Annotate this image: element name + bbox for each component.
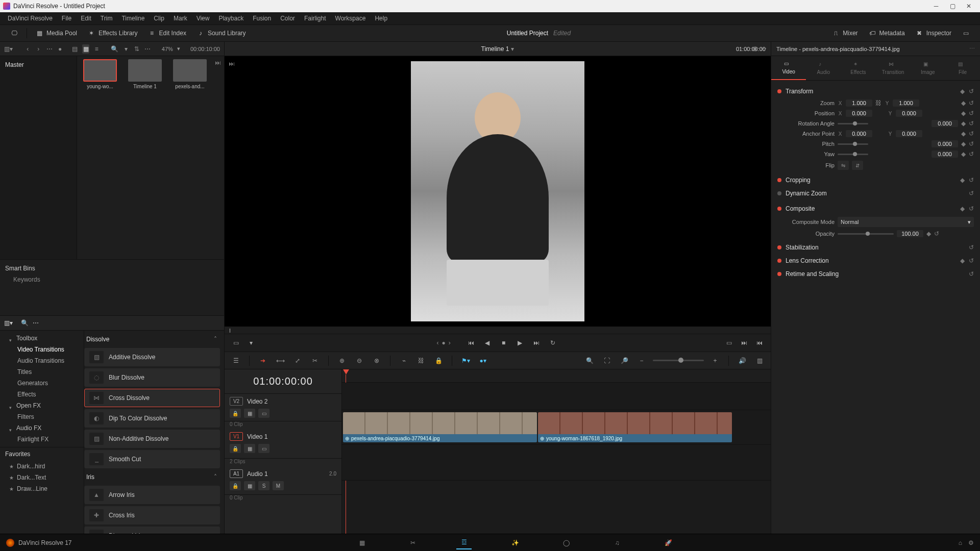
- bin-dropdown[interactable]: ▥▾: [4, 44, 13, 54]
- more-nav[interactable]: ⋯: [46, 44, 53, 54]
- maximize-button[interactable]: ▢: [944, 1, 961, 11]
- composite-mode-select[interactable]: Normal▾: [838, 217, 974, 227]
- next-frame-button[interactable]: ⏭: [530, 337, 543, 348]
- tree-openfx[interactable]: Open FX: [0, 400, 84, 411]
- composite-header[interactable]: Composite◆: [775, 202, 976, 215]
- menu-playback[interactable]: Playback: [214, 12, 248, 24]
- project-settings-button[interactable]: ⚙: [968, 539, 974, 546]
- reset-icon[interactable]: [934, 230, 939, 237]
- keyframe-icon[interactable]: ◆: [961, 99, 966, 107]
- keyframe-icon[interactable]: ◆: [961, 110, 966, 117]
- link-zoom-icon[interactable]: ⛓: [875, 99, 881, 107]
- track-v1[interactable]: ⊕pexels-andrea-piacquadio-3779414.jpg ⊕y…: [342, 410, 771, 445]
- pitch-value[interactable]: 0.000: [932, 140, 958, 147]
- reset-icon[interactable]: [969, 151, 974, 158]
- flag-button[interactable]: ⚑▾: [459, 355, 472, 366]
- menu-mark[interactable]: Mark: [169, 12, 192, 24]
- fx-diamond-iris[interactable]: ◆Diamond Iris: [84, 527, 220, 534]
- timeline-name[interactable]: Timeline 1: [481, 45, 509, 53]
- anchor-x-value[interactable]: 0.000: [846, 130, 872, 137]
- menu-fusion[interactable]: Fusion: [248, 12, 276, 24]
- transform-header[interactable]: Transform◆: [775, 85, 976, 98]
- tree-video-transitions[interactable]: Video Transitions: [0, 344, 84, 355]
- play-button[interactable]: ▶: [514, 337, 526, 348]
- rotation-value[interactable]: 0.000: [932, 120, 958, 127]
- menu-file[interactable]: File: [57, 12, 76, 24]
- sort-button[interactable]: ⇅: [133, 44, 140, 54]
- go-prev-button[interactable]: ⏮: [753, 337, 766, 348]
- pool-options[interactable]: ⋯: [144, 44, 151, 54]
- timeline-timecode[interactable]: 01:00:00:00: [225, 369, 341, 394]
- prev-frame-button[interactable]: ◀: [481, 337, 494, 348]
- snap-button[interactable]: ⌁: [398, 355, 410, 366]
- menu-clip[interactable]: Clip: [149, 12, 169, 24]
- reset-icon[interactable]: [969, 270, 974, 278]
- menu-help[interactable]: Help: [370, 12, 392, 24]
- fx-options[interactable]: ⋯: [33, 319, 39, 327]
- zoom-percent[interactable]: 47%: [162, 46, 173, 52]
- tree-filters[interactable]: Filters: [0, 411, 84, 422]
- list-view[interactable]: ≡: [93, 44, 100, 54]
- zoom-y-value[interactable]: 1.000: [893, 99, 919, 107]
- track-head-v1[interactable]: V1Video 1 🔒▦▭: [225, 429, 341, 459]
- match-dropdown[interactable]: ▾: [245, 337, 257, 348]
- favorite-item[interactable]: Dark...Text: [0, 472, 84, 483]
- search-button[interactable]: 🔍: [111, 44, 118, 54]
- tab-transition[interactable]: ⋈Transition: [876, 56, 911, 80]
- disable-icon[interactable]: ▭: [258, 444, 270, 453]
- first-frame-button[interactable]: ⏮: [465, 337, 477, 348]
- reset-icon[interactable]: [969, 110, 974, 117]
- dynamic-zoom-header[interactable]: Dynamic Zoom: [775, 187, 976, 200]
- solo-button[interactable]: S: [258, 481, 270, 490]
- nav-fwd[interactable]: ›: [35, 44, 42, 54]
- single-viewer-button[interactable]: ▭: [723, 337, 735, 348]
- edit-index-button[interactable]: ≡Edit Index: [143, 27, 191, 39]
- track-a1[interactable]: [342, 445, 771, 481]
- track-v2[interactable]: [342, 383, 771, 410]
- group-dissolve[interactable]: Dissolve: [84, 333, 220, 346]
- overwrite-icon[interactable]: ⏭: [229, 60, 235, 67]
- lens-header[interactable]: Lens Correction◆: [775, 254, 976, 267]
- menu-view[interactable]: View: [192, 12, 214, 24]
- keyframe-icon[interactable]: ◆: [960, 177, 965, 184]
- page-color[interactable]: ◯: [558, 536, 574, 549]
- fullscreen-viewer-button[interactable]: 🖵: [5, 27, 23, 39]
- zoom-search[interactable]: 🔍: [583, 355, 596, 366]
- full-extent-zoom[interactable]: ⛶: [601, 355, 613, 366]
- tab-video[interactable]: ▭Video: [771, 56, 806, 80]
- stop-button[interactable]: ■: [498, 337, 510, 348]
- reset-icon[interactable]: [969, 99, 974, 107]
- customize-timeline[interactable]: ▥: [753, 355, 766, 366]
- page-fusion[interactable]: ✨: [507, 536, 523, 549]
- fx-arrow-iris[interactable]: ▲Arrow Iris: [84, 486, 220, 504]
- fx-non-additive[interactable]: ▨Non-Additive Dissolve: [84, 430, 220, 448]
- loop-edit-icon[interactable]: ●: [442, 339, 445, 346]
- page-media[interactable]: ▦: [354, 536, 370, 549]
- reset-icon[interactable]: [969, 257, 974, 264]
- lock-icon[interactable]: 🔒: [230, 481, 241, 490]
- retime-header[interactable]: Retime and Scaling: [775, 267, 976, 281]
- zoom-in[interactable]: +: [709, 355, 721, 366]
- metadata-view[interactable]: ▤: [71, 44, 78, 54]
- page-fairlight[interactable]: ♫: [609, 536, 625, 549]
- keyframe-icon[interactable]: ◆: [960, 88, 965, 95]
- zoom-x-value[interactable]: 1.000: [846, 99, 872, 107]
- pos-y-value[interactable]: 0.000: [896, 110, 922, 117]
- tab-effects[interactable]: ✶Effects: [841, 56, 875, 80]
- tab-image[interactable]: ▣Image: [911, 56, 945, 80]
- append-icon[interactable]: ⏭: [215, 59, 221, 66]
- menu-trim[interactable]: Trim: [96, 12, 117, 24]
- timeline-ruler[interactable]: [342, 369, 771, 383]
- timeline-view-options[interactable]: ☰: [230, 355, 242, 366]
- fx-cross-dissolve[interactable]: ⋈Cross Dissolve: [84, 389, 220, 407]
- keyframe-icon[interactable]: ◆: [961, 140, 966, 147]
- insert-button[interactable]: ⊕: [336, 355, 348, 366]
- auto-select-icon[interactable]: ▦: [244, 481, 255, 490]
- opacity-value[interactable]: 100.00: [897, 230, 923, 237]
- page-edit[interactable]: ☲: [456, 536, 472, 549]
- page-deliver[interactable]: 🚀: [660, 536, 676, 549]
- tree-fairlightfx[interactable]: Fairlight FX: [0, 434, 84, 445]
- keyframe-icon[interactable]: ◆: [961, 130, 966, 137]
- keyframe-icon[interactable]: ◆: [960, 257, 965, 264]
- stabilization-header[interactable]: Stabilization: [775, 241, 976, 254]
